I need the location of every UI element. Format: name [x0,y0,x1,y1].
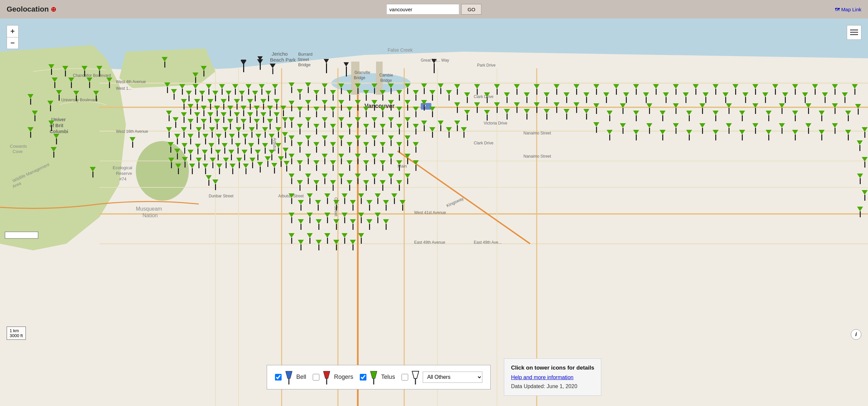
svg-text:Clark Drive: Clark Drive [474,141,494,145]
svg-text:East 49th Avenue: East 49th Avenue [414,240,445,245]
svg-text:Bridge: Bridge [380,78,392,83]
search-area: GO [386,4,482,14]
svg-rect-72 [5,232,38,239]
svg-text:#74: #74 [119,177,127,182]
others-select[interactable]: All Others Shaw Videotron Freedom [423,372,483,383]
svg-text:Victoria Drive: Victoria Drive [484,121,507,126]
svg-marker-76 [286,371,292,378]
rogers-label: Rogers [334,374,353,380]
others-tower-icon [411,370,420,384]
svg-text:Ecological: Ecological [113,165,132,170]
others-checkbox[interactable] [402,374,408,380]
svg-text:Cambie: Cambie [379,73,393,77]
telus-checkbox[interactable] [360,374,366,380]
svg-text:Bridge: Bridge [298,62,311,67]
title-text: Geolocation [7,5,49,13]
telus-filter-item: Telus [360,370,395,384]
svg-text:University Boulevard: University Boulevard [61,98,98,102]
svg-rect-75 [850,34,858,35]
rogers-filter-item: Rogers [313,370,353,384]
info-button[interactable]: i [851,329,861,340]
scale-bar: 1 km 3000 ft [7,326,26,340]
scale-ft: 3000 ft [10,333,23,338]
svg-text:Nanaimo Street: Nanaimo Street [523,131,551,135]
zoom-out-button[interactable]: − [7,37,19,49]
svg-rect-73 [850,29,858,30]
svg-text:Granville: Granville [354,70,370,75]
app-title: Geolocation ⊕ [7,5,56,13]
svg-text:Nation: Nation [143,213,158,218]
info-box-title: Click on tower icons for details [511,363,594,373]
legend-bar: Bell Rogers Telus [0,348,868,406]
svg-text:Musqueam: Musqueam [136,206,162,212]
bell-filter-item: Bell [275,370,306,384]
svg-text:Reserve: Reserve [116,171,132,176]
layer-control-button[interactable] [847,25,861,40]
scale-km: 1 km [10,328,23,333]
rogers-tower-icon [322,370,331,384]
zoom-in-button[interactable]: + [7,25,19,37]
rogers-checkbox[interactable] [313,374,319,380]
map-link-icon: 🗺 [835,7,840,12]
search-input[interactable] [386,4,459,14]
map-link-label: Map Link [841,7,861,12]
svg-marker-80 [370,371,377,378]
map-link[interactable]: 🗺 Map Link [835,7,861,12]
svg-text:West 4th Avenue: West 4th Avenue [116,80,146,84]
bell-tower-icon [284,370,293,384]
svg-text:Nanaimo Street: Nanaimo Street [523,154,551,159]
svg-text:Burrard: Burrard [298,52,312,57]
svg-text:Chancellor Boulevard: Chancellor Boulevard [73,73,111,78]
help-link[interactable]: Help and more information [511,375,574,380]
update-date: Data Updated: June 1, 2020 [511,382,594,391]
svg-text:Park Drive: Park Drive [477,63,496,68]
svg-marker-82 [412,371,419,378]
svg-text:Cove: Cove [12,149,23,154]
telus-label: Telus [381,374,395,380]
filter-box: Bell Rogers Telus [267,365,491,389]
bell-checkbox[interactable] [275,374,282,380]
plus-icon: ⊕ [51,5,56,13]
svg-text:Cowards: Cowards [10,144,27,149]
svg-text:Clark Drive: Clark Drive [474,94,494,99]
svg-text:Street: Street [298,57,309,62]
zoom-controls: + − [7,25,19,49]
svg-text:West 16th Avenue: West 16th Avenue [116,129,148,134]
svg-marker-78 [323,371,330,378]
svg-text:False Creek: False Creek [388,48,413,53]
info-box: Click on tower icons for details Help an… [504,358,601,396]
svg-text:Dunbar Street: Dunbar Street [209,194,234,198]
svg-text:West 1...: West 1... [116,86,131,91]
svg-text:Bridge: Bridge [354,75,365,80]
go-button[interactable]: GO [461,4,482,14]
telus-tower-icon [369,370,378,384]
svg-text:West 41st Avenue: West 41st Avenue [414,210,446,215]
svg-text:Beach Park: Beach Park [270,57,296,63]
header: Geolocation ⊕ GO 🗺 Map Link [0,0,868,19]
svg-rect-74 [850,32,858,33]
svg-text:East 49th Ave...: East 49th Ave... [474,240,502,245]
others-filter-item: All Others Shaw Videotron Freedom [402,370,483,384]
svg-text:Jericho: Jericho [272,51,287,57]
bell-label: Bell [296,374,306,380]
